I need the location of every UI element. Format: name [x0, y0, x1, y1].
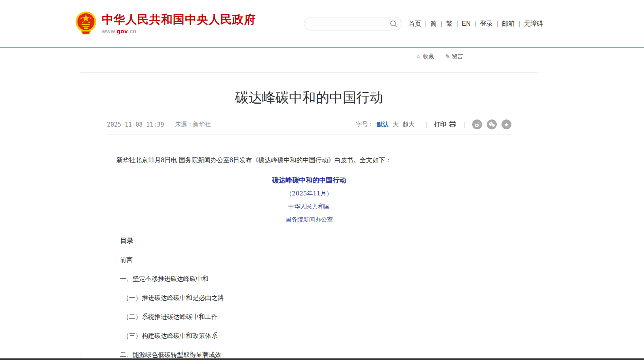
- nav-separator: |: [475, 21, 476, 27]
- nav-separator: |: [519, 21, 520, 27]
- favorite-label: 收藏: [423, 53, 434, 60]
- wechat-share-icon[interactable]: [487, 119, 497, 129]
- site-url-cn: .cn: [128, 28, 137, 34]
- weibo-share-icon[interactable]: [472, 119, 482, 129]
- site-brand[interactable]: 中华人民共和国中央人民政府 www.gov.cn: [75, 11, 256, 36]
- site-url: www.gov.cn: [102, 28, 256, 34]
- print-button[interactable]: 打印: [434, 121, 456, 129]
- font-size-large-button[interactable]: 大: [393, 121, 399, 128]
- toc-item: （三）构建碳达峰碳中和政策体系: [120, 332, 511, 340]
- nav-separator: |: [456, 21, 458, 27]
- search-input[interactable]: [310, 18, 387, 30]
- source: 来源：新华社: [175, 121, 211, 128]
- nav-separator: |: [425, 21, 427, 27]
- nav-home[interactable]: 首页: [408, 20, 421, 28]
- article-card: 碳达峰碳中和的中国行动 2025-11-08 11:39 来源：新华社 字号： …: [80, 72, 538, 362]
- star-icon: ☆: [416, 53, 421, 60]
- toc-item: （二）系统推进碳达峰碳中和工作: [120, 313, 511, 321]
- meta-separator: |: [464, 121, 465, 128]
- top-nav: 首页| 简| 繁| EN| 登录| 邮箱| 无障碍: [408, 20, 543, 28]
- font-size-default-button[interactable]: 默认: [377, 121, 389, 128]
- lead-paragraph: 新华社北京11月8日电 国务院新闻办公室8日发布《碳达峰碳中和的中国行动》白皮书…: [107, 155, 511, 165]
- nav-traditional[interactable]: 繁: [446, 20, 452, 28]
- star-share-icon[interactable]: ★: [502, 119, 511, 129]
- site-url-gov: gov: [117, 28, 128, 34]
- nav-english[interactable]: EN: [462, 20, 471, 27]
- article-meta-row: 2025-11-08 11:39 来源：新华社 字号： 默认 大 超大 | 打印…: [107, 119, 511, 129]
- nav-separator: |: [497, 21, 498, 27]
- source-value: 新华社: [193, 121, 211, 127]
- publish-date: 2025-11-08 11:39: [107, 121, 164, 128]
- site-header: 中华人民共和国中央人民政府 www.gov.cn 首页| 简| 繁| EN| 登…: [0, 0, 644, 47]
- meta-divider: [107, 135, 511, 135]
- comment-button[interactable]: ✎ 留言: [445, 53, 463, 60]
- document-org-line2: 国务院新闻办公室: [107, 216, 511, 224]
- document-org-line1: 中华人民共和国: [107, 203, 511, 210]
- nav-mailbox[interactable]: 邮箱: [502, 20, 515, 28]
- site-url-www: www.: [102, 28, 117, 34]
- nav-login[interactable]: 登录: [480, 20, 493, 28]
- page-actions-row: ☆ 收藏 ✎ 留言: [0, 48, 644, 72]
- article-title: 碳达峰碳中和的中国行动: [107, 89, 511, 107]
- bottom-edge-bar: [0, 358, 644, 360]
- nav-simplified[interactable]: 简: [431, 20, 437, 28]
- toc-heading: 目录: [120, 236, 511, 245]
- document-heading-block: 碳达峰碳中和的中国行动 （2025年11月） 中华人民共和国 国务院新闻办公室: [107, 176, 511, 224]
- nav-separator: |: [441, 21, 443, 27]
- toc-item: 一、坚定不移推进碳达峰碳中和: [120, 275, 511, 283]
- site-title: 中华人民共和国中央人民政府: [102, 13, 256, 26]
- source-label: 来源：: [175, 121, 193, 127]
- meta-separator: |: [426, 121, 427, 128]
- printer-icon: [448, 121, 456, 129]
- table-of-contents: 目录 前言 一、坚定不移推进碳达峰碳中和 （一）推进碳达峰碳中和是必由之路 （二…: [120, 236, 511, 362]
- font-size-label: 字号：: [356, 121, 374, 128]
- document-title: 碳达峰碳中和的中国行动: [107, 176, 511, 185]
- toc-item: 前言: [120, 256, 511, 264]
- national-emblem-logo: [75, 11, 97, 36]
- nav-accessibility[interactable]: 无障碍: [524, 20, 543, 28]
- search-box[interactable]: [304, 17, 402, 30]
- document-date: （2025年11月）: [107, 190, 511, 197]
- favorite-button[interactable]: ☆ 收藏: [416, 53, 434, 60]
- pencil-icon: ✎: [445, 53, 450, 60]
- toc-item: （一）推进碳达峰碳中和是必由之路: [120, 294, 511, 302]
- comment-label: 留言: [452, 53, 463, 60]
- search-icon[interactable]: [389, 20, 398, 30]
- font-size-xlarge-button[interactable]: 超大: [403, 121, 414, 128]
- print-label: 打印: [434, 121, 446, 128]
